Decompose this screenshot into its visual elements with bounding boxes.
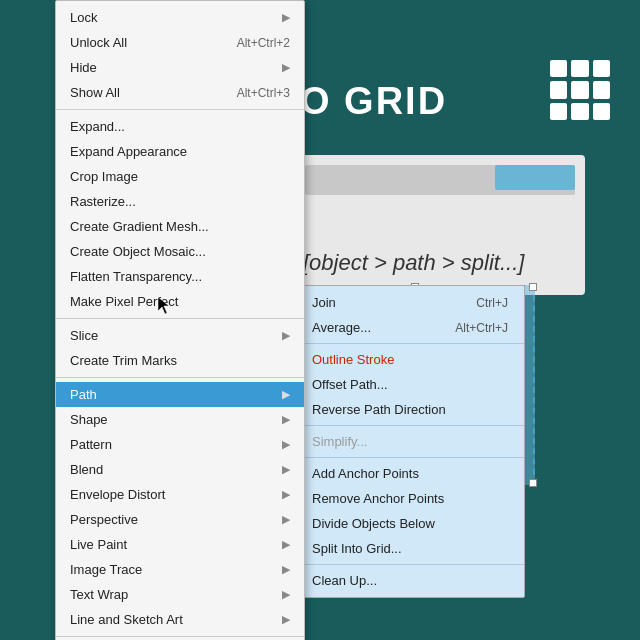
grid-icon [550, 60, 610, 120]
arrow-icon: ▶ [282, 488, 290, 501]
bg-card-accent [495, 165, 575, 190]
menu-item-expand-label: Expand... [70, 119, 125, 134]
grid-cell [550, 81, 567, 98]
menu-item-perspective[interactable]: Perspective ▶ [56, 507, 304, 532]
submenu-clean-up[interactable]: Clean Up... [296, 568, 524, 593]
menu-sep3 [56, 377, 304, 378]
menu-item-envelope-distort[interactable]: Envelope Distort ▶ [56, 482, 304, 507]
menu-item-show-all-shortcut: Alt+Ctrl+3 [237, 86, 290, 100]
menu-item-rasterize[interactable]: Rasterize... [56, 189, 304, 214]
submenu-divide-objects[interactable]: Divide Objects Below [296, 511, 524, 536]
arrow-icon: ▶ [282, 388, 290, 401]
menu-item-flatten-transparency-label: Flatten Transparency... [70, 269, 202, 284]
menu-item-lock[interactable]: Lock ▶ [56, 5, 304, 30]
submenu-sep1 [296, 343, 524, 344]
submenu-sep2 [296, 425, 524, 426]
menu-item-expand[interactable]: Expand... [56, 114, 304, 139]
menu-item-hide-label: Hide [70, 60, 97, 75]
submenu-remove-anchor-label: Remove Anchor Points [312, 491, 444, 506]
arrow-icon: ▶ [282, 563, 290, 576]
arrow-icon: ▶ [282, 438, 290, 451]
handle-br [529, 479, 537, 487]
grid-cell [550, 103, 567, 120]
menu-item-create-trim-marks[interactable]: Create Trim Marks [56, 348, 304, 373]
menu-item-live-paint-label: Live Paint [70, 537, 127, 552]
menu-item-unlock-all[interactable]: Unlock All Alt+Ctrl+2 [56, 30, 304, 55]
submenu-split-grid-label: Split Into Grid... [312, 541, 402, 556]
menu-item-envelope-distort-label: Envelope Distort [70, 487, 165, 502]
menu-item-make-pixel-perfect-label: Make Pixel Perfect [70, 294, 178, 309]
grid-cell [593, 81, 610, 98]
arrow-icon: ▶ [282, 588, 290, 601]
arrow-icon: ▶ [282, 413, 290, 426]
submenu-simplify[interactable]: Simplify... [296, 429, 524, 454]
menu-item-path-label: Path [70, 387, 97, 402]
submenu-reverse-path-label: Reverse Path Direction [312, 402, 446, 417]
submenu-join-shortcut: Ctrl+J [476, 296, 508, 310]
menu-item-pattern[interactable]: Pattern ▶ [56, 432, 304, 457]
submenu-offset-path-label: Offset Path... [312, 377, 388, 392]
menu-item-show-all[interactable]: Show All Alt+Ctrl+3 [56, 80, 304, 105]
submenu-add-anchor[interactable]: Add Anchor Points [296, 461, 524, 486]
menu-item-create-object-mosaic-label: Create Object Mosaic... [70, 244, 206, 259]
submenu-simplify-label: Simplify... [312, 434, 367, 449]
grid-cell [550, 60, 567, 77]
menu-item-create-object-mosaic[interactable]: Create Object Mosaic... [56, 239, 304, 264]
menu-item-image-trace-label: Image Trace [70, 562, 142, 577]
menu-sep1 [56, 109, 304, 110]
menu-item-create-gradient-mesh[interactable]: Create Gradient Mesh... [56, 214, 304, 239]
menu-item-flatten-transparency[interactable]: Flatten Transparency... [56, 264, 304, 289]
menu-item-expand-appearance[interactable]: Expand Appearance [56, 139, 304, 164]
menu-item-create-trim-marks-label: Create Trim Marks [70, 353, 177, 368]
menu-item-blend-label: Blend [70, 462, 103, 477]
path-submenu: Join Ctrl+J Average... Alt+Ctrl+J Outlin… [295, 285, 525, 598]
menu-item-make-pixel-perfect[interactable]: Make Pixel Perfect [56, 289, 304, 314]
menu-item-lock-label: Lock [70, 10, 97, 25]
grid-cell [571, 60, 588, 77]
page-title: O GRID [300, 80, 447, 123]
grid-icon-container [550, 60, 610, 120]
handle-tr [529, 283, 537, 291]
arrow-icon: ▶ [282, 61, 290, 74]
arrow-icon: ▶ [282, 513, 290, 526]
submenu-join[interactable]: Join Ctrl+J [296, 290, 524, 315]
object-path-text: [object > path > split...] [295, 245, 532, 281]
submenu-clean-up-label: Clean Up... [312, 573, 377, 588]
menu-item-live-paint[interactable]: Live Paint ▶ [56, 532, 304, 557]
menu-item-hide[interactable]: Hide ▶ [56, 55, 304, 80]
menu-item-shape[interactable]: Shape ▶ [56, 407, 304, 432]
submenu-split-grid[interactable]: Split Into Grid... [296, 536, 524, 561]
menu-item-create-gradient-mesh-label: Create Gradient Mesh... [70, 219, 209, 234]
menu-item-path[interactable]: Path ▶ [56, 382, 304, 407]
menu-item-text-wrap-label: Text Wrap [70, 587, 128, 602]
menu-item-slice[interactable]: Slice ▶ [56, 323, 304, 348]
menu-item-unlock-all-label: Unlock All [70, 35, 127, 50]
menu-item-line-sketch[interactable]: Line and Sketch Art ▶ [56, 607, 304, 632]
submenu-add-anchor-label: Add Anchor Points [312, 466, 419, 481]
submenu-sep4 [296, 564, 524, 565]
menu-item-shape-label: Shape [70, 412, 108, 427]
arrow-icon: ▶ [282, 463, 290, 476]
submenu-average-label: Average... [312, 320, 371, 335]
arrow-icon: ▶ [282, 11, 290, 24]
grid-cell [571, 81, 588, 98]
menu-sep2 [56, 318, 304, 319]
menu-item-rasterize-label: Rasterize... [70, 194, 136, 209]
submenu-outline-stroke[interactable]: Outline Stroke [296, 347, 524, 372]
submenu-join-label: Join [312, 295, 336, 310]
submenu-average[interactable]: Average... Alt+Ctrl+J [296, 315, 524, 340]
menu-item-image-trace[interactable]: Image Trace ▶ [56, 557, 304, 582]
submenu-remove-anchor[interactable]: Remove Anchor Points [296, 486, 524, 511]
menu-item-pattern-label: Pattern [70, 437, 112, 452]
menu-item-crop-image[interactable]: Crop Image [56, 164, 304, 189]
submenu-offset-path[interactable]: Offset Path... [296, 372, 524, 397]
main-dropdown-menu: Lock ▶ Unlock All Alt+Ctrl+2 Hide ▶ Show… [55, 0, 305, 640]
submenu-reverse-path[interactable]: Reverse Path Direction [296, 397, 524, 422]
menu-item-blend[interactable]: Blend ▶ [56, 457, 304, 482]
menu-item-line-sketch-label: Line and Sketch Art [70, 612, 183, 627]
menu-item-expand-appearance-label: Expand Appearance [70, 144, 187, 159]
menu-item-crop-image-label: Crop Image [70, 169, 138, 184]
submenu-outline-stroke-label: Outline Stroke [312, 352, 394, 367]
menu-item-text-wrap[interactable]: Text Wrap ▶ [56, 582, 304, 607]
arrow-icon: ▶ [282, 329, 290, 342]
